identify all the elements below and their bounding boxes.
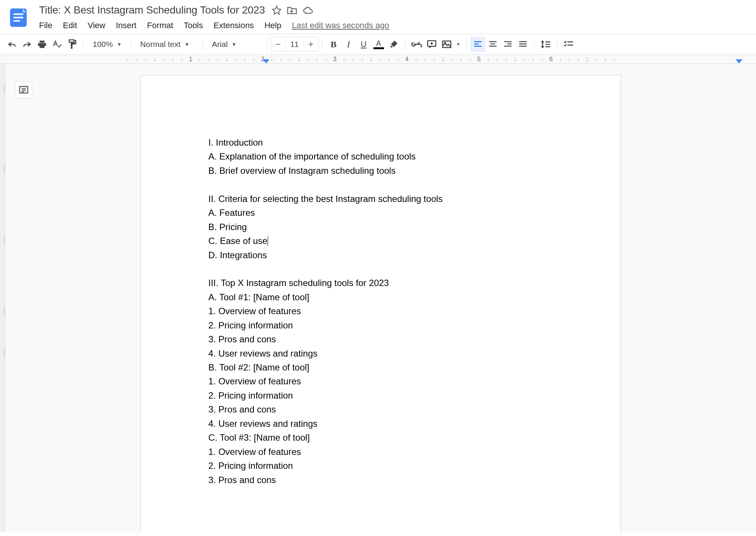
svg-rect-3 <box>14 20 20 22</box>
font-size-increase-button[interactable]: + <box>304 37 318 52</box>
menu-help[interactable]: Help <box>264 21 281 30</box>
ruler-number: 4 <box>405 56 409 63</box>
font-size-decrease-button[interactable]: − <box>271 37 285 52</box>
horizontal-ruler[interactable]: 123456 <box>0 55 756 64</box>
document-line[interactable] <box>208 178 553 191</box>
font-size-input[interactable] <box>285 37 304 52</box>
checklist-button[interactable] <box>561 37 576 52</box>
document-line[interactable]: 3. Pros and cons <box>208 332 553 346</box>
menu-view[interactable]: View <box>87 21 105 30</box>
document-line[interactable]: 4. User reviews and ratings <box>208 346 553 360</box>
document-line[interactable]: C. Ease of use <box>208 234 553 248</box>
document-line[interactable]: 3. Pros and cons <box>208 402 553 416</box>
left-indent-marker-icon[interactable] <box>263 59 270 63</box>
document-line[interactable]: C. Tool #3: [Name of tool] <box>208 431 553 444</box>
document-line[interactable]: 3. Pros and cons <box>208 473 553 487</box>
text-color-button[interactable]: A <box>371 37 386 52</box>
italic-button[interactable]: I <box>341 37 356 52</box>
app-header: Title: X Best Instagram Scheduling Tools… <box>0 0 756 34</box>
document-line[interactable]: 1. Overview of features <box>208 304 553 318</box>
paragraph-style-select[interactable]: Normal text ▼ <box>135 37 199 52</box>
menu-tools[interactable]: Tools <box>184 21 203 30</box>
undo-button[interactable] <box>5 37 20 52</box>
menu-format[interactable]: Format <box>147 21 173 30</box>
add-comment-button[interactable] <box>424 37 439 52</box>
highlight-color-button[interactable] <box>386 37 401 52</box>
document-line[interactable]: 2. Pricing information <box>208 388 553 402</box>
align-right-button[interactable] <box>500 37 515 52</box>
font-size-controls: − + <box>271 37 318 52</box>
vertical-ruler-gutter <box>0 64 5 532</box>
menu-insert[interactable]: Insert <box>116 21 137 30</box>
font-family-value: Arial <box>212 40 228 49</box>
document-line[interactable]: 2. Pricing information <box>208 318 553 332</box>
caret-down-icon: ▼ <box>456 42 461 47</box>
document-line[interactable]: 1. Overview of features <box>208 374 553 388</box>
caret-down-icon: ▼ <box>184 41 190 47</box>
last-edit-link[interactable]: Last edit was seconds ago <box>292 21 389 30</box>
underline-button[interactable]: U <box>356 37 371 52</box>
menu-edit[interactable]: Edit <box>63 21 77 30</box>
menu-bar: File Edit View Insert Format Tools Exten… <box>38 17 751 34</box>
text-caret-icon <box>268 236 268 246</box>
document-line[interactable]: 1. Overview of features <box>208 445 553 459</box>
zoom-value: 100% <box>93 40 113 49</box>
line-spacing-button[interactable] <box>538 37 553 52</box>
svg-rect-1 <box>14 14 24 15</box>
paint-format-button[interactable] <box>65 37 80 52</box>
document-line[interactable]: A. Explanation of the importance of sche… <box>208 149 553 163</box>
text-color-swatch-icon <box>373 47 384 49</box>
document-line[interactable]: B. Tool #2: [Name of tool] <box>208 360 553 374</box>
svg-rect-2 <box>14 17 24 18</box>
document-line[interactable]: 2. Pricing information <box>208 459 553 473</box>
menu-extensions[interactable]: Extensions <box>214 21 254 30</box>
right-indent-marker-icon[interactable] <box>736 59 742 63</box>
insert-link-button[interactable] <box>409 37 424 52</box>
document-canvas[interactable]: I. IntroductionA. Explanation of the imp… <box>5 64 756 532</box>
document-line[interactable]: III. Top X Instagram scheduling tools fo… <box>208 276 553 290</box>
star-icon[interactable] <box>272 5 282 15</box>
document-line[interactable]: 4. User reviews and ratings <box>208 417 553 431</box>
caret-down-icon: ▼ <box>232 41 237 47</box>
workspace: I. IntroductionA. Explanation of the imp… <box>0 64 756 532</box>
align-center-button[interactable] <box>485 37 500 52</box>
menu-file[interactable]: File <box>39 21 52 30</box>
print-button[interactable] <box>35 37 50 52</box>
document-line[interactable] <box>208 262 553 276</box>
document-line[interactable]: B. Brief overview of Instagram schedulin… <box>208 164 553 178</box>
document-title[interactable]: Title: X Best Instagram Scheduling Tools… <box>38 3 267 17</box>
document-line[interactable]: II. Criteria for selecting the best Inst… <box>208 192 553 206</box>
page[interactable]: I. IntroductionA. Explanation of the imp… <box>140 75 621 532</box>
caret-down-icon: ▼ <box>117 41 122 47</box>
document-line[interactable]: D. Integrations <box>208 248 553 262</box>
show-outline-button[interactable] <box>15 81 32 98</box>
ruler-number: 1 <box>189 56 193 63</box>
document-line[interactable]: I. Introduction <box>208 136 553 149</box>
spellcheck-button[interactable] <box>50 37 65 52</box>
toolbar: 100% ▼ Normal text ▼ Arial ▼ − + B I U A… <box>0 34 756 55</box>
bold-button[interactable]: B <box>326 37 341 52</box>
ruler-number: 3 <box>333 56 337 63</box>
align-justify-button[interactable] <box>515 37 530 52</box>
document-line[interactable]: A. Tool #1: [Name of tool] <box>208 290 553 304</box>
ruler-number: 6 <box>550 56 553 63</box>
insert-image-button[interactable] <box>439 37 454 52</box>
cloud-status-icon[interactable] <box>303 6 314 14</box>
move-to-folder-icon[interactable] <box>287 6 297 15</box>
zoom-select[interactable]: 100% ▼ <box>87 37 127 52</box>
document-line[interactable]: A. Features <box>208 206 553 220</box>
paragraph-style-value: Normal text <box>140 40 181 49</box>
svg-point-7 <box>444 42 446 44</box>
document-line[interactable]: B. Pricing <box>208 220 553 234</box>
svg-rect-4 <box>71 45 72 49</box>
font-family-select[interactable]: Arial ▼ <box>207 37 263 52</box>
ruler-number: 5 <box>477 56 481 63</box>
insert-image-caret[interactable]: ▼ <box>454 37 462 52</box>
redo-button[interactable] <box>20 37 35 52</box>
align-left-button[interactable] <box>470 37 485 52</box>
docs-logo-icon[interactable] <box>8 7 30 29</box>
